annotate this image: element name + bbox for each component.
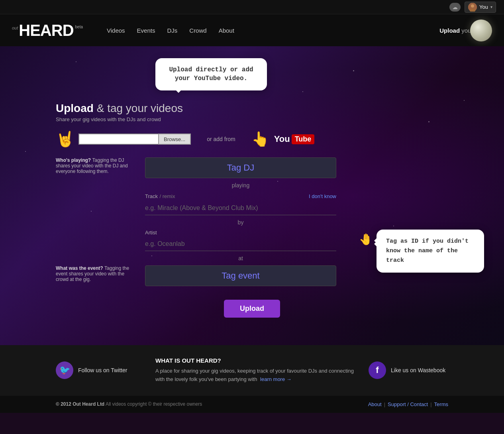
twitter-label: Follow us on Twitter (78, 367, 127, 373)
tag-dj-button[interactable]: Tag DJ (145, 157, 336, 178)
youtube-logo: You Tube (274, 134, 315, 144)
id-tooltip: Tag as ID if you didn't know the name of… (377, 230, 484, 273)
nav-videos[interactable]: Videos (107, 27, 125, 34)
upload-submit-area: Upload (56, 300, 448, 318)
logo-heard: HEARD (19, 22, 73, 38)
nav-djs[interactable]: DJs (167, 27, 177, 34)
copyright: © 2012 Out Heard Ltd All videos copyrigh… (56, 401, 202, 407)
footer-about: WHAT IS OUT HEARD? A place for sharing y… (155, 357, 357, 384)
or-label: or add from (207, 136, 235, 142)
logo: out HEARD beta (12, 22, 83, 38)
terms-link[interactable]: Terms (434, 401, 448, 407)
artist-label: Artist (145, 230, 336, 236)
whos-playing-label-area: Who's playing? Tagging the DJ shares you… (56, 157, 135, 174)
user-menu[interactable]: You ▾ (465, 2, 496, 13)
tag-dj-form-area: Tag DJ playing Track / remix I don't kno… (145, 157, 336, 251)
wastebook-area[interactable]: f Like us on Wastebook (369, 361, 448, 379)
dont-know-link[interactable]: I don't know (309, 193, 336, 199)
track-row: Track / remix I don't know (145, 192, 336, 200)
separator-1: | (384, 401, 385, 407)
logo-beta: beta (75, 25, 83, 29)
bottom-links: About | Support / Contact | Terms (368, 401, 448, 407)
tag-event-form-area: Tag event (145, 265, 336, 296)
top-bar: ☁ You ▾ (0, 0, 504, 14)
file-path-input[interactable] (78, 134, 158, 145)
youtube-hand-icon: 👆 (251, 131, 269, 147)
upload-tooltip: Upload directly or add your YouTube vide… (155, 58, 267, 90)
track-input[interactable] (145, 201, 336, 215)
event-label-area: What was the event? Tagging the event sh… (56, 265, 135, 282)
svg-point-1 (471, 4, 474, 8)
wastebook-label: Like us on Wastebook (391, 367, 445, 373)
page-subtitle: Share your gig videos with the DJs and c… (56, 116, 448, 122)
learn-more-link[interactable]: learn more → (260, 376, 292, 382)
hand-point-icon: ✋ (359, 233, 373, 246)
username-label: You (479, 4, 488, 10)
support-link[interactable]: Support / Contact (388, 401, 428, 407)
file-input-area: Browse... (78, 134, 191, 145)
at-label: at (145, 255, 336, 261)
page-title: Upload & tag your videos (56, 102, 448, 115)
wastebook-icon: f (369, 361, 386, 379)
tag-event-button[interactable]: Tag event (145, 265, 336, 286)
nav-crowd[interactable]: Crowd (189, 27, 206, 34)
about-link[interactable]: About (368, 401, 382, 407)
main-content: Upload & tag your videos Share your gig … (0, 46, 504, 342)
artist-section: Artist (145, 230, 336, 251)
twitter-icon: 🐦 (56, 361, 73, 379)
whos-playing-title: Who's playing? Tagging the DJ shares you… (56, 157, 135, 174)
top-bar-icons: ☁ You ▾ (449, 2, 496, 13)
upload-submit-button[interactable]: Upload (224, 300, 280, 318)
bottom-bar: © 2012 Out Heard Ltd All videos copyrigh… (0, 396, 504, 413)
cloud-icon: ☁ (449, 3, 461, 12)
page-title-section: Upload & tag your videos Share your gig … (56, 102, 448, 122)
main-bg: Upload directly or add your YouTube vide… (0, 46, 504, 345)
separator-2: | (430, 401, 431, 407)
track-label: Track / remix (145, 192, 175, 200)
avatar (468, 3, 477, 12)
browse-button[interactable]: Browse... (158, 134, 191, 145)
upload-hand-icon: 🤘 (56, 130, 75, 148)
header: out HEARD beta Videos Events DJs Crowd A… (0, 14, 504, 46)
at-label-row: at (145, 255, 336, 261)
upload-direct-area: 🤘 Browse... (56, 130, 191, 148)
chevron-down-icon: ▾ (490, 5, 492, 9)
artist-input[interactable] (145, 237, 336, 251)
main-nav: Videos Events DJs Crowd About Upload you… (107, 27, 492, 34)
footer-description: A place for sharing your gig videos, kee… (155, 367, 357, 384)
footer-section: 🐦 Follow us on Twitter WHAT IS OUT HEARD… (0, 345, 504, 396)
nav-about[interactable]: About (219, 27, 234, 34)
footer-what-title: WHAT IS OUT HEARD? (155, 357, 357, 364)
nav-events[interactable]: Events (137, 27, 155, 34)
logo-out: out (12, 26, 18, 30)
playing-label: playing (145, 182, 336, 189)
youtube-area: 👆 You Tube (251, 131, 315, 147)
twitter-area[interactable]: 🐦 Follow us on Twitter (56, 361, 143, 379)
event-title: What was the event? Tagging the event sh… (56, 265, 135, 282)
moon-decoration (470, 20, 492, 41)
by-label: by (145, 219, 336, 226)
upload-area: 🤘 Browse... or add from 👆 You Tube (56, 130, 448, 148)
